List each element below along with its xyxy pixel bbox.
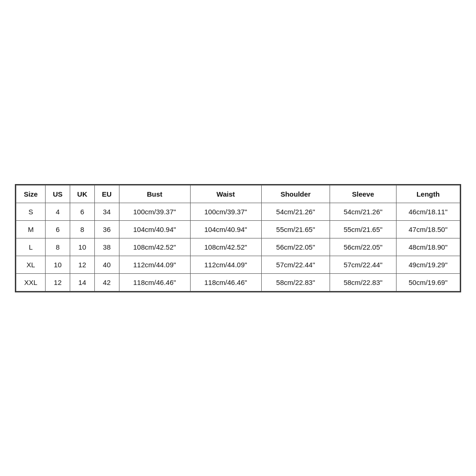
cell-eu: 34 [94,203,119,220]
cell-eu: 40 [94,256,119,273]
cell-uk: 12 [70,256,95,273]
size-chart-container: Size US UK EU Bust Waist Shoulder Sleeve… [15,184,461,292]
cell-uk: 10 [70,238,95,256]
cell-shoulder: 55cm/21.65" [261,220,330,238]
cell-shoulder: 56cm/22.05" [261,238,330,256]
table-header-row: Size US UK EU Bust Waist Shoulder Sleeve… [16,185,460,203]
cell-size: XXL [16,273,46,291]
header-waist: Waist [190,185,261,203]
cell-size: XL [16,256,46,273]
cell-shoulder: 57cm/22.44" [261,256,330,273]
cell-eu: 42 [94,273,119,291]
header-sleeve: Sleeve [330,185,396,203]
cell-shoulder: 54cm/21.26" [261,203,330,220]
cell-sleeve: 56cm/22.05" [330,238,396,256]
header-us: US [46,185,70,203]
cell-bust: 108cm/42.52" [119,238,190,256]
cell-size: L [16,238,46,256]
cell-eu: 38 [94,238,119,256]
cell-bust: 112cm/44.09" [119,256,190,273]
cell-length: 47cm/18.50" [396,220,460,238]
table-row: XXL121442118cm/46.46"118cm/46.46"58cm/22… [16,273,460,291]
cell-sleeve: 58cm/22.83" [330,273,396,291]
cell-bust: 118cm/46.46" [119,273,190,291]
cell-us: 12 [46,273,70,291]
cell-eu: 36 [94,220,119,238]
cell-uk: 8 [70,220,95,238]
cell-sleeve: 55cm/21.65" [330,220,396,238]
cell-uk: 14 [70,273,95,291]
cell-waist: 112cm/44.09" [190,256,261,273]
cell-us: 6 [46,220,70,238]
cell-size: M [16,220,46,238]
size-chart-table: Size US UK EU Bust Waist Shoulder Sleeve… [16,185,460,291]
cell-us: 4 [46,203,70,220]
table-row: S4634100cm/39.37"100cm/39.37"54cm/21.26"… [16,203,460,220]
cell-bust: 100cm/39.37" [119,203,190,220]
table-row: M6836104cm/40.94"104cm/40.94"55cm/21.65"… [16,220,460,238]
cell-size: S [16,203,46,220]
header-size: Size [16,185,46,203]
cell-uk: 6 [70,203,95,220]
cell-length: 50cm/19.69" [396,273,460,291]
cell-shoulder: 58cm/22.83" [261,273,330,291]
cell-length: 48cm/18.90" [396,238,460,256]
cell-waist: 104cm/40.94" [190,220,261,238]
cell-us: 8 [46,238,70,256]
table-row: L81038108cm/42.52"108cm/42.52"56cm/22.05… [16,238,460,256]
cell-length: 46cm/18.11" [396,203,460,220]
cell-waist: 108cm/42.52" [190,238,261,256]
cell-waist: 118cm/46.46" [190,273,261,291]
header-uk: UK [70,185,95,203]
cell-length: 49cm/19.29" [396,256,460,273]
cell-waist: 100cm/39.37" [190,203,261,220]
header-bust: Bust [119,185,190,203]
cell-bust: 104cm/40.94" [119,220,190,238]
cell-sleeve: 54cm/21.26" [330,203,396,220]
table-row: XL101240112cm/44.09"112cm/44.09"57cm/22.… [16,256,460,273]
header-eu: EU [94,185,119,203]
header-shoulder: Shoulder [261,185,330,203]
cell-sleeve: 57cm/22.44" [330,256,396,273]
cell-us: 10 [46,256,70,273]
header-length: Length [396,185,460,203]
